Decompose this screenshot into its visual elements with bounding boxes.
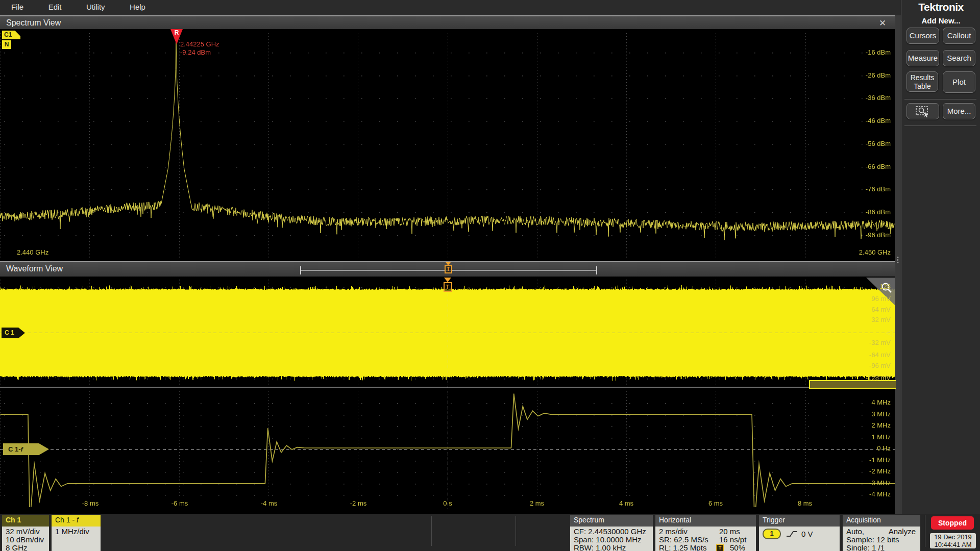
menu-file[interactable]: File: [11, 3, 23, 11]
voltage-label: -32 mV: [837, 339, 891, 346]
nav-trigger-marker-icon[interactable]: T: [444, 262, 453, 273]
c1f-tag-f: f: [21, 445, 23, 453]
spectrum-box-body: CF: 2.44530000 GHz Span: 10.0000 MHz RBW…: [570, 527, 653, 551]
time-label: 4 ms: [606, 499, 647, 507]
frequency-label: 1 MHz: [837, 433, 891, 441]
frequency-label: -4 MHz: [837, 490, 891, 498]
waveform-plot[interactable]: T C 1 ◁ 12896 mV64 mV32 mV-32 mV-64 mV-9…: [0, 277, 895, 514]
acquisition-settings-box[interactable]: Acquisition Auto,Analyze Sample: 12 bits…: [843, 515, 920, 551]
frequency-label: -1 MHz: [837, 456, 891, 464]
waveform-trace-canvas: [0, 277, 895, 514]
time-label: -8 ms: [70, 499, 111, 507]
acquisition-box-body: Auto,Analyze Sample: 12 bits Single: 1 /…: [843, 527, 920, 551]
time-label: 2 ms: [517, 499, 557, 507]
time-label: 6 ms: [695, 499, 736, 507]
spectrum-start-freq-label: 2.440 GHz: [17, 248, 48, 256]
trigger-box-body: 1 0 V: [759, 527, 840, 551]
menu-bar: File Edit Utility Help: [0, 0, 901, 15]
c1-ground-arrow-icon[interactable]: ◁: [886, 327, 893, 338]
time-label: -6 ms: [159, 499, 200, 507]
trigger-flag-icon: T: [716, 544, 724, 551]
trigger-position-marker-icon[interactable]: T: [442, 278, 453, 292]
spectrum-stop-freq-label: 2.450 GHz: [817, 248, 891, 256]
spectrum-db-label: -26 dBm: [846, 71, 891, 79]
ch1f-badge-body: 1 MHz/div: [52, 527, 101, 551]
trigger-box-title: Trigger: [759, 515, 840, 527]
menu-edit[interactable]: Edit: [48, 3, 62, 11]
clipped-readout-bar: [809, 380, 896, 389]
spectrum-db-label: -96 dBm: [846, 231, 891, 239]
ch1f-badge-title: Ch 1 - f: [52, 515, 101, 527]
time-label: 8 ms: [785, 499, 825, 507]
spectrum-trace-canvas: [0, 29, 895, 261]
voltage-label: 32 mV: [837, 316, 891, 323]
acquisition-box-title: Acquisition: [843, 515, 920, 527]
search-button[interactable]: Search: [943, 50, 975, 66]
spectrum-settings-box[interactable]: Spectrum CF: 2.44530000 GHz Span: 10.000…: [570, 515, 653, 551]
spectrum-plot[interactable]: C1 N R 2.44225 GHz -9.24 dBm -16 dBm-26 …: [0, 29, 895, 261]
time-label: 0 s: [427, 499, 468, 507]
spectrum-db-label: -16 dBm: [846, 48, 891, 56]
menu-utility[interactable]: Utility: [86, 3, 105, 11]
spectrum-db-label: -46 dBm: [846, 117, 891, 124]
results-table-button[interactable]: Results Table: [906, 71, 938, 92]
marker-amplitude: -9.24 dBm: [180, 48, 219, 57]
splitter-handle-icon[interactable]: •••: [897, 256, 899, 264]
horizontal-settings-box[interactable]: Horizontal 2 ms/div20 ms SR: 62.5 MS/s16…: [655, 515, 756, 551]
measure-button[interactable]: Measure: [906, 50, 939, 66]
ch1f-badge[interactable]: Ch 1 - f 1 MHz/div: [52, 515, 101, 551]
tektronix-logo: Tektronix: [901, 1, 980, 13]
spectrum-db-label: -86 dBm: [846, 208, 891, 216]
trigger-level: 0 V: [801, 530, 813, 538]
spectrum-db-label: -56 dBm: [846, 140, 891, 147]
frequency-label: 4 MHz: [837, 398, 891, 406]
waveform-view-title: Waveform View: [6, 264, 63, 273]
time-label: -4 ms: [249, 499, 289, 507]
waveform-view-titlebar[interactable]: Waveform View T: [0, 261, 895, 278]
trigger-source-pill: 1: [763, 529, 781, 539]
cursors-button[interactable]: Cursors: [906, 28, 939, 44]
spectrum-view-titlebar[interactable]: Spectrum View ✕: [0, 15, 895, 30]
frequency-label: -3 MHz: [837, 479, 891, 487]
frequency-label: -2 MHz: [837, 467, 891, 475]
voltage-label: 128: [837, 283, 891, 290]
spectrum-view-title: Spectrum View: [6, 18, 61, 28]
ch1-badge[interactable]: Ch 1 32 mV/div 10 dBm/div 8 GHz: [2, 515, 49, 551]
reference-marker-label: R: [175, 29, 179, 36]
bottom-status-bar: Ch 1 32 mV/div 10 dBm/div 8 GHz Ch 1 - f…: [0, 514, 980, 551]
rising-edge-icon: [786, 530, 797, 538]
zoom-select-icon: [914, 105, 932, 117]
trigger-settings-box[interactable]: Trigger 1 0 V: [759, 515, 840, 551]
spectrum-db-label: -36 dBm: [846, 94, 891, 102]
frequency-label: 0 Hz: [837, 444, 891, 452]
voltage-label: -96 mV: [837, 362, 891, 369]
close-icon[interactable]: ✕: [879, 18, 886, 29]
horizontal-box-title: Horizontal: [655, 515, 756, 527]
menu-help[interactable]: Help: [130, 3, 145, 11]
spectrum-box-title: Spectrum: [570, 515, 653, 527]
marker-frequency: 2.44225 GHz: [180, 40, 219, 48]
horizontal-box-body: 2 ms/div20 ms SR: 62.5 MS/s16 ns/pt RL: …: [655, 527, 756, 551]
time-label: 10:44:41 AM: [930, 541, 976, 548]
right-control-panel: Tektronix Add New... Cursors Callout Mea…: [901, 0, 980, 514]
ch1-badge-title: Ch 1: [2, 515, 49, 527]
datetime-display[interactable]: 19 Dec 2019 10:44:41 AM: [930, 533, 976, 548]
spectrum-db-label: -66 dBm: [846, 163, 891, 170]
zoom-select-button[interactable]: [906, 103, 939, 119]
oscilloscope-app: File Edit Utility Help Spectrum View ✕ C…: [0, 0, 980, 551]
marker-readout: 2.44225 GHz -9.24 dBm: [180, 40, 219, 57]
voltage-label: 64 mV: [837, 306, 891, 313]
callout-button[interactable]: Callout: [943, 28, 975, 44]
time-label: -2 ms: [338, 499, 379, 507]
stopped-status-badge[interactable]: Stopped: [931, 516, 974, 530]
frequency-label: 2 MHz: [837, 421, 891, 429]
frequency-label: 3 MHz: [837, 410, 891, 418]
ch1-badge-body: 32 mV/div 10 dBm/div 8 GHz: [2, 527, 49, 551]
voltage-label: -64 mV: [837, 351, 891, 359]
spectrum-normal-badge: N: [2, 40, 11, 49]
spectrum-db-label: -76 dBm: [846, 185, 891, 193]
plot-button[interactable]: Plot: [943, 71, 975, 93]
date-label: 19 Dec 2019: [930, 533, 976, 541]
more-button[interactable]: More...: [943, 103, 975, 119]
voltage-label: 96 mV: [837, 295, 891, 303]
